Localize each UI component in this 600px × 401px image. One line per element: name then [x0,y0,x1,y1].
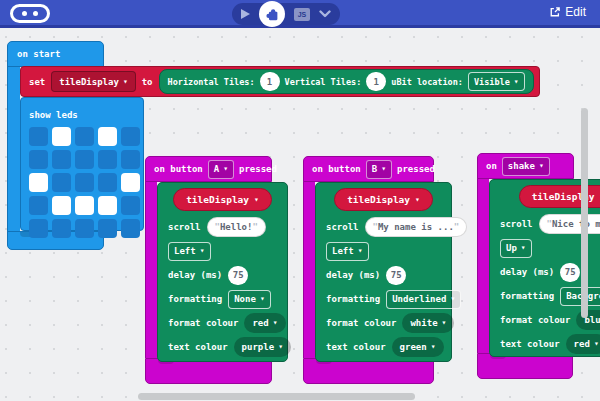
set-variable-block[interactable]: set tileDisplay ▾ to Horizontal Tiles: 1… [20,66,540,97]
variable-dropdown[interactable]: tileDisplay ▾ [51,71,135,92]
led-cell-off[interactable] [98,219,117,238]
scroll-text-input[interactable]: "Hello!" [207,217,266,237]
scroll-label: scroll [326,222,359,232]
delay-input[interactable]: 75 [560,263,580,282]
on-start-block[interactable]: on start [7,41,104,67]
horizontal-tiles-input[interactable]: 1 [260,72,280,91]
led-cell-off[interactable] [75,219,94,238]
on-start-spine[interactable] [7,61,20,241]
blocks-workspace[interactable]: on start set tileDisplay ▾ to Horizontal… [0,31,600,401]
puzzle-icon [265,7,280,22]
led-cell-off[interactable] [29,196,48,215]
scroll-text-value: Nice to meet ... [552,219,600,229]
led-cell-off[interactable] [121,219,140,238]
button-dropdown[interactable]: A ▾ [208,160,234,179]
hat-prefix: on [486,161,497,171]
led-cell-off[interactable] [75,173,94,192]
tiledisplay-variable-pill[interactable]: tileDisplay ▾ [173,188,272,211]
led-cell-on[interactable] [52,127,71,146]
button-value: B [372,164,377,174]
dropdown-caret-icon: ▾ [273,319,278,327]
tile-display-scroll-block[interactable]: tileDisplay ▾ scroll "My name is ..." Le… [315,182,452,362]
delay-input[interactable]: 75 [228,266,248,285]
delay-label: delay (ms) [168,270,222,280]
show-leds-block[interactable]: show leds [20,97,144,231]
led-cell-on[interactable] [52,196,71,215]
led-cell-off[interactable] [121,127,140,146]
gesture-dropdown[interactable]: shake ▾ [502,157,550,176]
scroll-text-input[interactable]: "My name is ..." [365,217,468,237]
delay-input[interactable]: 75 [386,266,406,285]
logo-dot [33,11,38,16]
format-colour-label: format colour [500,315,570,325]
led-cell-on[interactable] [98,127,117,146]
direction-dropdown[interactable]: Up▾ [500,239,532,258]
led-cell-on[interactable] [98,196,117,215]
led-cell-off[interactable] [29,127,48,146]
led-cell-off[interactable] [98,150,117,169]
on-button-a-block[interactable]: on button A ▾ pressed [145,156,272,182]
format-colour-dropdown[interactable]: red▾ [244,313,285,333]
target-variable: tileDisplay [347,194,410,205]
vertical-scrollbar[interactable] [581,108,588,318]
dropdown-caret-icon: ▾ [123,78,128,86]
on-button-b-block[interactable]: on button B ▾ pressed [303,156,434,182]
edit-button[interactable]: Edit [549,5,586,19]
top-bar: JS Edit [0,0,600,28]
text-colour-value: purple [242,342,275,352]
led-cell-on[interactable] [75,196,94,215]
scroll-label: scroll [500,219,533,229]
led-cell-off[interactable] [98,173,117,192]
formatting-dropdown[interactable]: Underlined▾ [386,290,461,309]
makecode-embed-page: JS Edit on start set tileDisplay ▾ [0,0,600,401]
direction-dropdown[interactable]: Left▾ [326,242,369,261]
direction-dropdown[interactable]: Left▾ [168,242,211,261]
event-spine[interactable] [303,180,315,358]
target-variable: tileDisplay [186,194,249,205]
text-colour-dropdown[interactable]: green▾ [392,337,444,357]
led-cell-off[interactable] [52,150,71,169]
led-cell-off[interactable] [52,173,71,192]
led-cell-off[interactable] [29,150,48,169]
format-colour-dropdown[interactable]: blue▾ [576,310,600,330]
led-cell-off[interactable] [121,150,140,169]
dropdown-caret-icon: ▾ [594,340,599,348]
dropdown-caret-icon: ▾ [254,196,259,204]
button-dropdown[interactable]: B ▾ [366,160,392,179]
text-colour-label: text colour [168,342,228,352]
ubit-location-dropdown[interactable]: Visible ▾ [468,72,525,91]
blocks-toggle-button[interactable] [259,1,285,27]
horizontal-scrollbar[interactable] [138,393,415,400]
vertical-tiles-input[interactable]: 1 [366,72,386,91]
format-colour-dropdown[interactable]: white▾ [402,313,454,333]
dropdown-caret-icon: ▾ [521,244,526,252]
event-spine[interactable] [145,180,157,358]
led-cell-off[interactable] [75,127,94,146]
chevron-down-icon[interactable] [319,10,331,18]
text-colour-dropdown[interactable]: purple▾ [234,337,291,357]
tiledisplay-variable-pill[interactable]: tileDisplay ▾ [334,188,433,211]
scroll-text-value: My name is ... [378,222,454,232]
quote-mark: " [252,222,257,232]
led-cell-off[interactable] [52,219,71,238]
formatting-dropdown[interactable]: None▾ [228,290,271,309]
edit-label: Edit [565,5,586,19]
led-cell-on[interactable] [121,173,140,192]
led-cell-off[interactable] [29,219,48,238]
led-cell-off[interactable] [121,196,140,215]
tile-display-create-block[interactable]: Horizontal Tiles: 1 Vertical Tiles: 1 uB… [159,69,534,94]
text-colour-dropdown[interactable]: red▾ [566,334,600,354]
event-spine[interactable] [477,177,489,353]
play-icon[interactable] [241,9,250,19]
led-cell-on[interactable] [29,173,48,192]
format-colour-value: white [410,318,437,328]
microbit-logo-icon[interactable] [10,4,50,23]
hat-prefix: on button [312,164,361,174]
scroll-label: scroll [168,222,201,232]
tile-display-scroll-block[interactable]: tileDisplay ▾ scroll "Hello!" Left▾ dela… [157,182,288,362]
javascript-toggle-button[interactable]: JS [294,8,310,21]
dropdown-caret-icon: ▾ [431,343,436,351]
led-cell-off[interactable] [75,150,94,169]
on-shake-block[interactable]: on shake ▾ [477,153,574,179]
scroll-text-input[interactable]: "Nice to meet ..." [539,214,600,234]
